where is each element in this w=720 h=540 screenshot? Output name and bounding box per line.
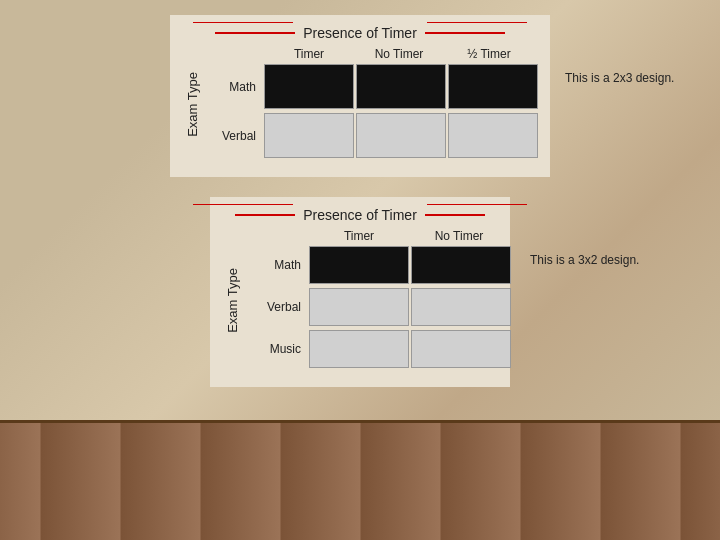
bottom-diagram: Presence of Timer Exam Type Timer No Tim… bbox=[210, 197, 510, 387]
bottom-col-headers: Timer No Timer bbox=[309, 229, 609, 246]
top-table-rows: Math Verbal bbox=[204, 64, 540, 162]
top-col-header-2: No Timer bbox=[354, 47, 444, 64]
bottom-design-note: This is a 3x2 design. bbox=[530, 252, 640, 269]
bottom-row-label-1: Math bbox=[244, 258, 309, 272]
bottom-row-label-3: Music bbox=[244, 342, 309, 356]
top-diagram-title: Presence of Timer bbox=[303, 25, 417, 41]
bottom-cell-math-timer bbox=[309, 246, 409, 284]
bottom-y-axis-label: Exam Type bbox=[225, 268, 240, 333]
bottom-row-verbal: Verbal bbox=[244, 288, 609, 326]
cell-verbal-notimer bbox=[356, 113, 446, 158]
top-table-wrapper: Exam Type Timer No Timer ½ Timer Math bbox=[185, 47, 540, 162]
cell-verbal-timer bbox=[264, 113, 354, 158]
bottom-cell-verbal-timer bbox=[309, 288, 409, 326]
bottom-cell-verbal-notimer bbox=[411, 288, 511, 326]
top-y-axis-label: Exam Type bbox=[185, 72, 200, 137]
bottom-table-wrapper: Exam Type Timer No Timer Math Verbal bbox=[225, 229, 609, 372]
cell-math-halftimer bbox=[448, 64, 538, 109]
cell-verbal-halftimer bbox=[448, 113, 538, 158]
bottom-col-header-2: No Timer bbox=[409, 229, 509, 246]
bottom-table-container: Timer No Timer Math Verbal bbox=[244, 229, 609, 372]
bottom-cell-math-notimer bbox=[411, 246, 511, 284]
cell-math-timer bbox=[264, 64, 354, 109]
table-row-verbal: Verbal bbox=[204, 113, 540, 158]
content-area: Presence of Timer Exam Type Timer No Tim… bbox=[0, 0, 720, 420]
top-row-label-1: Math bbox=[204, 80, 264, 94]
bottom-cell-music-timer bbox=[309, 330, 409, 368]
bottom-col-header-1: Timer bbox=[309, 229, 409, 246]
floor bbox=[0, 420, 720, 540]
top-diagram: Presence of Timer Exam Type Timer No Tim… bbox=[170, 15, 550, 177]
cell-math-notimer bbox=[356, 64, 446, 109]
bottom-diagram-title: Presence of Timer bbox=[303, 207, 417, 223]
top-col-header-1: Timer bbox=[264, 47, 354, 64]
top-design-note: This is a 2x3 design. bbox=[565, 70, 675, 87]
bottom-row-label-2: Verbal bbox=[244, 300, 309, 314]
bottom-cell-music-notimer bbox=[411, 330, 511, 368]
top-col-headers: Timer No Timer ½ Timer bbox=[264, 47, 540, 64]
top-col-header-3: ½ Timer bbox=[444, 47, 534, 64]
top-table-container: Timer No Timer ½ Timer Math Verbal bbox=[204, 47, 540, 162]
table-row-math: Math bbox=[204, 64, 540, 109]
bottom-row-music: Music bbox=[244, 330, 609, 368]
top-row-label-2: Verbal bbox=[204, 129, 264, 143]
